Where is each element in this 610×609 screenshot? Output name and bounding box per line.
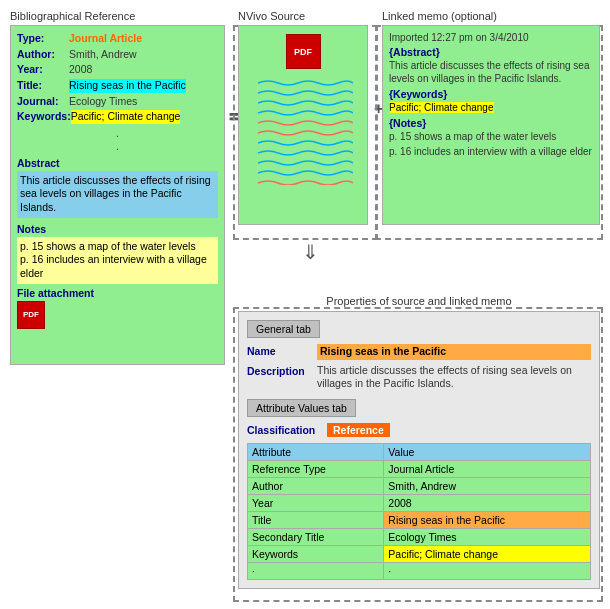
attr-tab-button[interactable]: Attribute Values tab [247,399,356,417]
dot-separator1: . [17,128,218,139]
memo-notes-label: {Notes} [389,117,593,129]
memo-section: Linked memo (optional) Imported 12:27 pm… [382,10,600,225]
attr-table: Attribute Value Reference TypeJournal Ar… [247,443,591,580]
memo-notes-text2: p. 16 includes an interview with a villa… [389,145,593,158]
file-attachment-label: File attachment [17,287,218,299]
memo-keywords-value: Pacific; Climate change [389,101,593,114]
keywords-label: Keywords: [17,110,71,124]
nvivo-pdf-icon: PDF [286,34,321,69]
year-value: 2008 [69,63,92,77]
biblio-title: Bibliographical Reference [10,10,225,22]
value-cell-0: Journal Article [384,460,591,477]
notes-line1: p. 15 shows a map of the water levels [20,240,215,254]
attr-cell-6: · [248,562,384,579]
nvivo-pdf-label: PDF [294,47,312,57]
memo-title: Linked memo (optional) [382,10,600,22]
arrow-down: ⇓ [302,240,319,264]
table-row: AuthorSmith, Andrew [248,477,591,494]
year-label: Year: [17,63,69,77]
dot-separator2: . [17,141,218,152]
notes-text: p. 15 shows a map of the water levels p.… [17,237,218,284]
value-cell-4: Ecology Times [384,528,591,545]
attr-cell-5: Keywords [248,545,384,562]
properties-label: Properties of source and linked memo [238,295,600,307]
attr-cell-1: Author [248,477,384,494]
attr-cell-2: Year [248,494,384,511]
nvivo-section: NVivo Source PDF [238,10,368,225]
abstract-text: This article discusses the effects of ri… [17,171,218,218]
value-col-header: Value [384,443,591,460]
name-label: Name [247,344,317,357]
attr-section: Attribute Values tab Classification Refe… [247,399,591,580]
description-value: This article discusses the effects of ri… [317,364,591,391]
notes-line2: p. 16 includes an interview with a villa… [20,253,215,280]
attr-col-header: Attribute [248,443,384,460]
memo-box: Imported 12:27 pm on 3/4/2010 {Abstract}… [382,25,600,225]
journal-field: Journal: Ecology Times [17,95,218,109]
nvivo-box: PDF [238,25,368,225]
name-row: Name Rising seas in the Pacific [247,344,591,360]
title-field: Title: Rising seas in the Pacific [17,79,218,93]
journal-label: Journal: [17,95,69,109]
value-cell-3: Rising seas in the Pacific [384,511,591,528]
memo-keywords-highlight: Pacific; Climate change [389,102,494,113]
classification-row: Classification Reference [247,423,591,437]
classification-label: Classification [247,424,327,436]
table-row: KeywordsPacific; Climate change [248,545,591,562]
type-field: Type: Journal Article [17,32,218,46]
name-value: Rising seas in the Pacific [317,344,591,360]
type-label: Type: [17,32,69,46]
description-label: Description [247,364,317,377]
keywords-field: Keywords: Pacific; Climate change [17,110,218,124]
properties-inner: General tab Name Rising seas in the Paci… [238,311,600,589]
title-value: Rising seas in the Pacific [69,79,186,93]
biblio-box: Type: Journal Article Author: Smith, And… [10,25,225,365]
classification-badge: Reference [327,423,390,437]
main-container: Bibliographical Reference Type: Journal … [0,0,610,609]
document-lines [253,75,353,185]
table-row: Year2008 [248,494,591,511]
attr-cell-0: Reference Type [248,460,384,477]
keywords-value: Pacific; Climate change [71,110,181,124]
pdf-label: PDF [23,310,39,319]
pdf-icon: PDF [17,301,45,329]
journal-value: Ecology Times [69,95,137,109]
description-row: Description This article discusses the e… [247,364,591,391]
year-field: Year: 2008 [17,63,218,77]
value-cell-5: Pacific; Climate change [384,545,591,562]
memo-abstract-text: This article discusses the effects of ri… [389,59,593,85]
abstract-heading: Abstract [17,157,218,169]
table-row: TitleRising seas in the Pacific [248,511,591,528]
notes-heading: Notes [17,223,218,235]
memo-abstract-label: {Abstract} [389,46,593,58]
title-label: Title: [17,79,69,93]
general-tab-button[interactable]: General tab [247,320,320,338]
properties-section: Properties of source and linked memo Gen… [238,295,600,589]
type-value: Journal Article [69,32,142,46]
value-cell-1: Smith, Andrew [384,477,591,494]
biblio-section: Bibliographical Reference Type: Journal … [10,10,225,365]
memo-timestamp: Imported 12:27 pm on 3/4/2010 [389,32,593,43]
value-cell-2: 2008 [384,494,591,511]
attr-cell-4: Secondary Title [248,528,384,545]
attr-cell-3: Title [248,511,384,528]
memo-keywords-label: {Keywords} [389,88,593,100]
table-row: Reference TypeJournal Article [248,460,591,477]
nvivo-title: NVivo Source [238,10,368,22]
table-row: ·· [248,562,591,579]
author-label: Author: [17,48,69,62]
table-row: Secondary TitleEcology Times [248,528,591,545]
value-cell-6: · [384,562,591,579]
memo-notes-text1: p. 15 shows a map of the water levels [389,130,593,143]
author-field: Author: Smith, Andrew [17,48,218,62]
author-value: Smith, Andrew [69,48,137,62]
